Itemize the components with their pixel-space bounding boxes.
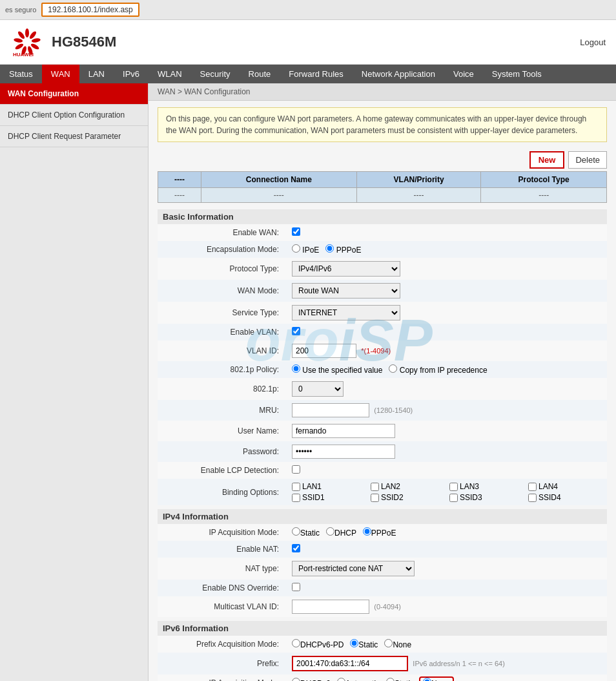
binding-lan4[interactable]: LAN4 <box>528 482 602 491</box>
nav-system-tools[interactable]: System Tools <box>483 65 551 83</box>
table-actions: New Delete <box>149 149 616 171</box>
nav-status[interactable]: Status <box>0 65 42 83</box>
prefix-acq-mode-label: Prefix Acquisition Mode: <box>158 636 287 653</box>
password-row: Password: <box>158 441 607 462</box>
svg-text:HUAWEI: HUAWEI <box>13 52 34 58</box>
prefix-hint: IPv6 address/n 1 <= n <= 64) <box>413 660 504 667</box>
binding-lan3[interactable]: LAN3 <box>449 482 523 491</box>
copy-from-ip-option[interactable]: Copy from IP precedence <box>389 366 487 375</box>
prefix-row: Prefix: 2001:470:da63:1::/64 IPv6 addres… <box>158 653 607 675</box>
basic-info-title: Basic Information <box>158 209 607 224</box>
svg-point-1 <box>28 30 37 40</box>
protocol-type-row: Protocol Type: IPv4/IPv6 <box>158 258 607 280</box>
ipv6-ip-acq-row: IP Acquisition Mode: DHCPv6 Automatic St… <box>158 675 607 681</box>
ipv4-static-option[interactable]: Static <box>292 529 320 538</box>
nav-lan[interactable]: LAN <box>79 65 114 83</box>
use-specified-option[interactable]: Use the specified value <box>292 366 385 375</box>
browser-security-text: es seguro <box>5 6 36 14</box>
logout-button[interactable]: Logout <box>580 37 606 47</box>
binding-options-label: Binding Options: <box>158 479 287 505</box>
sidebar-dhcp-option[interactable]: DHCP Client Option Configuration <box>0 105 148 126</box>
vlan-id-input[interactable]: 200 <box>292 344 356 358</box>
sidebar-dhcp-request[interactable]: DHCP Client Request Parameter <box>0 126 148 147</box>
service-type-select[interactable]: INTERNET <box>292 305 400 320</box>
ipv4-dhcp-option[interactable]: DHCP <box>326 529 356 538</box>
breadcrumb: WAN > WAN Configuration <box>149 83 616 101</box>
ipoE-option[interactable]: IPoE <box>292 246 322 255</box>
binding-lan2[interactable]: LAN2 <box>371 482 444 491</box>
ipv4-multicast-input[interactable] <box>292 600 369 614</box>
svg-point-7 <box>14 37 23 43</box>
connection-table: ---- Connection Name VLAN/Priority Proto… <box>158 171 607 203</box>
username-label: User Name: <box>158 421 287 441</box>
main-content: WAN > WAN Configuration On this page, yo… <box>149 83 616 681</box>
prefix-input[interactable]: 2001:470:da63:1::/64 <box>292 656 408 671</box>
ipv4-info-table: IP Acquisition Mode: Static DHCP PPPoE E… <box>158 524 607 617</box>
prefix-acq-mode-row: Prefix Acquisition Mode: DHCPv6-PD Stati… <box>158 636 607 653</box>
enable-dns-label: Enable DNS Override: <box>158 580 287 596</box>
mru-input[interactable] <box>292 403 369 417</box>
nav-security[interactable]: Security <box>191 65 240 83</box>
binding-ssid4[interactable]: SSID4 <box>528 493 602 502</box>
enable-nat-checkbox[interactable] <box>292 544 300 552</box>
enable-lcp-checkbox[interactable] <box>292 465 300 474</box>
dot1p-row: 802.1p: 0 <box>158 378 607 400</box>
ipv6-ip-acq-label: IP Acquisition Mode: <box>158 675 287 681</box>
nav-bar: Status WAN LAN IPv6 WLAN Security Route … <box>0 65 616 83</box>
pppoe-option[interactable]: PPPoE <box>325 246 361 255</box>
sidebar: WAN Configuration DHCP Client Option Con… <box>0 83 149 681</box>
ipv4-pppoe-option[interactable]: PPPoE <box>363 529 396 538</box>
nat-type-row: NAT type: Port-restricted cone NAT <box>158 558 607 580</box>
col-connection-name: Connection Name <box>201 172 356 188</box>
binding-ssid1[interactable]: SSID1 <box>292 493 365 502</box>
protocol-type-select[interactable]: IPv4/IPv6 <box>292 261 400 277</box>
sidebar-wan-configuration[interactable]: WAN Configuration <box>0 83 148 105</box>
password-input[interactable] <box>292 445 395 459</box>
protocol-type-label: Protocol Type: <box>158 258 287 280</box>
binding-ssid2[interactable]: SSID2 <box>371 493 444 502</box>
enable-vlan-row: Enable VLAN: <box>158 324 607 340</box>
password-label: Password: <box>158 441 287 462</box>
ipv6-static-option[interactable]: Static <box>350 640 378 649</box>
service-type-label: Service Type: <box>158 302 287 324</box>
nat-type-select[interactable]: Port-restricted cone NAT <box>292 561 415 576</box>
binding-lan1[interactable]: LAN1 <box>292 482 365 491</box>
enable-nat-label: Enable NAT: <box>158 541 287 558</box>
nav-network-application[interactable]: Network Application <box>353 65 444 83</box>
binding-ssid3[interactable]: SSID3 <box>449 493 523 502</box>
nav-wlan[interactable]: WLAN <box>149 65 191 83</box>
ip-acq-mode-label: IP Acquisition Mode: <box>158 524 287 541</box>
page-header: HUAWEI HG8546M Logout <box>0 20 616 65</box>
wan-mode-label: WAN Mode: <box>158 280 287 302</box>
ipv4-multicast-label: Multicast VLAN ID: <box>158 596 287 617</box>
nav-ipv6[interactable]: IPv6 <box>114 65 149 83</box>
enable-wan-checkbox[interactable] <box>292 227 300 236</box>
policy-8021p-label: 802.1p Policy: <box>158 361 287 378</box>
dot1p-select[interactable]: 0 <box>292 381 344 397</box>
nav-wan[interactable]: WAN <box>42 65 79 83</box>
table-row: ---- ---- ---- ---- <box>158 188 607 203</box>
ipv6-none2-option[interactable]: None <box>420 678 453 681</box>
enable-dns-row: Enable DNS Override: <box>158 580 607 596</box>
nat-type-label: NAT type: <box>158 558 287 580</box>
ipv4-multicast-hint: (0-4094) <box>374 603 401 611</box>
ipv6-info-table: Prefix Acquisition Mode: DHCPv6-PD Stati… <box>158 636 607 681</box>
nav-forward-rules[interactable]: Forward Rules <box>280 65 353 83</box>
ipv4-info-title: IPv4 Information <box>158 509 607 524</box>
delete-button[interactable]: Delete <box>568 151 607 169</box>
enable-nat-row: Enable NAT: <box>158 541 607 558</box>
username-input[interactable]: fernando <box>292 424 395 438</box>
dhcpv6-pd-option[interactable]: DHCPv6-PD <box>292 640 344 649</box>
nav-route[interactable]: Route <box>240 65 280 83</box>
browser-url-bar[interactable]: 192.168.100.1/index.asp <box>41 3 139 17</box>
wan-mode-select[interactable]: Route WAN <box>292 283 400 299</box>
wan-mode-row: WAN Mode: Route WAN <box>158 280 607 302</box>
wan-form: Basic Information Enable WAN: Encapsulat… <box>158 209 607 681</box>
dot1p-label: 802.1p: <box>158 378 287 400</box>
enable-vlan-checkbox[interactable] <box>292 327 300 335</box>
nav-voice[interactable]: Voice <box>444 65 483 83</box>
ipv6-none-option[interactable]: None <box>384 640 411 649</box>
new-button[interactable]: New <box>529 151 565 169</box>
enable-dns-checkbox[interactable] <box>292 583 300 591</box>
brand-name: HG8546M <box>52 34 116 50</box>
